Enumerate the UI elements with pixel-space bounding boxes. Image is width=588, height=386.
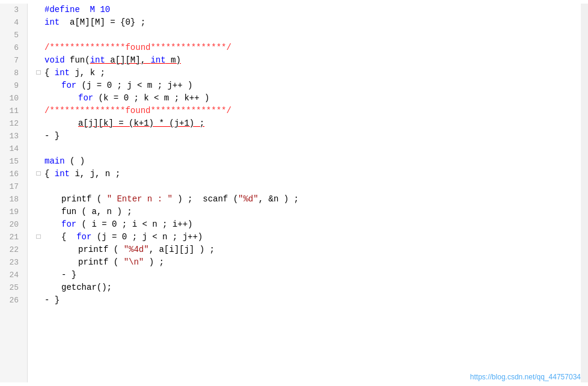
editor-container: 3456789101112131415161718192021222324252… [0, 0, 588, 386]
line-number: 23 [0, 256, 22, 269]
line-number: 10 [0, 92, 22, 105]
line-number: 5 [0, 29, 22, 41]
code-token: , &n ) ; [259, 193, 299, 206]
table-row: fun ( a, n ) ; [34, 206, 575, 218]
code-area: 3456789101112131415161718192021222324252… [0, 0, 588, 386]
line-number: 17 [0, 180, 22, 193]
line-number: 19 [0, 206, 22, 218]
line-number: 12 [0, 117, 22, 130]
fold-button[interactable]: □ [34, 231, 43, 244]
table-row: - } [34, 294, 575, 307]
code-content: #define M 10int a[M][M] = {0} ;/********… [28, 4, 581, 382]
scrollbar[interactable] [581, 4, 588, 382]
code-token: - } [44, 294, 60, 307]
table-row: for (k = 0 ; k < m ; k++ ) [34, 92, 575, 105]
table-row: printf ( "\n" ) ; [34, 256, 575, 269]
fold-button[interactable]: □ [34, 168, 43, 180]
code-token: getchar(); [61, 281, 112, 294]
code-token: for [76, 231, 91, 244]
table-row: for ( i = 0 ; i < n ; i++) [34, 218, 575, 231]
code-token: , a[i][j] ) ; [149, 244, 215, 256]
line-number: 11 [0, 105, 22, 117]
line-number: 14 [0, 142, 22, 155]
code-token: int [90, 54, 105, 67]
line-number: 15 [0, 155, 22, 168]
code-token: a[M][M] = {0} ; [60, 16, 145, 29]
code-token: " Enter n : " [107, 193, 173, 206]
table-row: printf ( " Enter n : " ) ; scanf ("%d", … [34, 193, 575, 206]
table-row: /***************found***************/ [34, 105, 575, 117]
code-token: "%4d" [124, 244, 149, 256]
line-number: 9 [0, 79, 22, 92]
line-numbers: 3456789101112131415161718192021222324252… [0, 4, 28, 382]
line-number: 3 [0, 4, 22, 16]
table-row: □{ int j, k ; [34, 67, 575, 79]
line-number: 13 [0, 130, 22, 142]
code-token: for [78, 92, 93, 105]
line-number: 24 [0, 269, 22, 281]
code-token: ( ) [65, 155, 85, 168]
table-row: #define M 10 [34, 4, 575, 16]
code-token: { [61, 231, 76, 244]
code-token: a[j][k] = (k+1) * (j+1) ; [78, 117, 204, 130]
code-token: - } [61, 269, 76, 281]
code-token: /***************found***************/ [44, 105, 231, 117]
table-row: /***************found***************/ [34, 41, 575, 54]
table-row: main ( ) [34, 155, 575, 168]
code-token: ) ; scanf ( [173, 193, 238, 206]
line-number: 21 [0, 231, 22, 244]
line-number: 22 [0, 244, 22, 256]
line-number: 6 [0, 41, 22, 54]
code-token: (j = 0 ; j < m ; j++ ) [76, 79, 192, 92]
line-number: 20 [0, 218, 22, 231]
code-token: printf ( [61, 193, 107, 206]
table-row: printf ( "%4d", a[i][j] ) ; [34, 244, 575, 256]
line-number: 4 [0, 16, 22, 29]
code-token: fun( [65, 54, 90, 67]
code-token: int [55, 168, 70, 180]
line-number: 18 [0, 193, 22, 206]
code-token: "\n" [124, 256, 144, 269]
table-row: □{ for (j = 0 ; j < n ; j++) [34, 231, 575, 244]
table-row [34, 29, 575, 41]
code-token: #define M 10 [44, 4, 110, 16]
table-row: □{ int i, j, n ; [34, 168, 575, 180]
watermark: https://blog.csdn.net/qq_44757034 [470, 373, 581, 381]
code-token: m) [166, 54, 181, 67]
code-token: /***************found***************/ [44, 41, 231, 54]
table-row: a[j][k] = (k+1) * (j+1) ; [34, 117, 575, 130]
table-row: - } [34, 269, 575, 281]
code-token: i, j, n ; [70, 168, 120, 180]
code-token: main [44, 155, 65, 168]
line-number: 26 [0, 294, 22, 307]
code-token: int [44, 16, 60, 29]
code-token: printf ( [78, 244, 124, 256]
code-token: { [44, 67, 55, 79]
code-token: { [44, 168, 55, 180]
code-token: "%d" [238, 193, 259, 206]
line-number: 8 [0, 67, 22, 79]
table-row: - } [34, 130, 575, 142]
code-token: ( i = 0 ; i < n ; i++) [76, 218, 192, 231]
table-row [34, 180, 575, 193]
table-row: void fun(int a[][M], int m) [34, 54, 575, 67]
code-token: for [61, 79, 76, 92]
fold-button[interactable]: □ [34, 67, 43, 79]
code-token: for [61, 218, 76, 231]
line-number: 16 [0, 168, 22, 180]
code-token: (k = 0 ; k < m ; k++ ) [93, 92, 209, 105]
code-token: printf ( [78, 256, 124, 269]
code-token: - } [44, 130, 60, 142]
code-token: j, k ; [70, 67, 105, 79]
code-token: int [55, 67, 70, 79]
table-row [34, 142, 575, 155]
code-token: ) ; [144, 256, 164, 269]
table-row: for (j = 0 ; j < m ; j++ ) [34, 79, 575, 92]
line-number: 7 [0, 54, 22, 67]
code-token: int [150, 54, 165, 67]
table-row: getchar(); [34, 281, 575, 294]
code-token: a[][M], [105, 54, 151, 67]
table-row: int a[M][M] = {0} ; [34, 16, 575, 29]
code-token: (j = 0 ; j < n ; j++) [91, 231, 203, 244]
line-number: 25 [0, 281, 22, 294]
